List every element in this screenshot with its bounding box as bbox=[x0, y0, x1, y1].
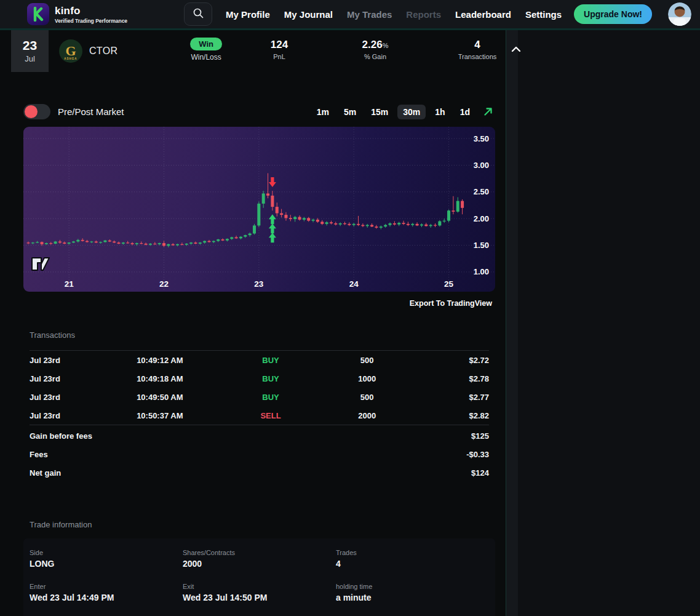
tx-date: Jul 23rd bbox=[30, 374, 97, 383]
main-content: 23 Jul G ASHGA CTOR Win Win/Loss bbox=[0, 30, 506, 616]
brand-name: kinfo bbox=[55, 5, 127, 17]
collapse-chevron-up-icon[interactable] bbox=[511, 44, 521, 55]
tx-time: 10:49:18 AM bbox=[97, 374, 223, 383]
tx-date: Jul 23rd bbox=[30, 411, 97, 420]
timeframe-1m[interactable]: 1m bbox=[311, 105, 335, 119]
timeframe-selector: 1m 5m 15m 30m 1h 1d bbox=[311, 105, 493, 119]
summary-row-gain-before-fees: Gain before fees $125 bbox=[30, 426, 489, 445]
svg-text:G: G bbox=[65, 43, 76, 58]
candlestick-chart[interactable]: 3.503.002.502.001.501.002122232425 bbox=[23, 127, 495, 292]
summary-value: $125 bbox=[471, 431, 489, 441]
table-row[interactable]: Jul 23rd 10:49:50 AM BUY 500 $2.77 bbox=[30, 388, 489, 406]
nav-item-my-profile[interactable]: My Profile bbox=[226, 9, 270, 20]
app-window: kinfo Verified Trading Performance My Pr… bbox=[0, 0, 700, 616]
table-row[interactable]: Jul 23rd 10:49:12 AM BUY 500 $2.72 bbox=[30, 351, 489, 369]
search-icon bbox=[193, 7, 204, 22]
trade-date-month: Jul bbox=[25, 54, 35, 63]
svg-text:1.00: 1.00 bbox=[474, 267, 489, 276]
tx-quantity: 500 bbox=[319, 356, 415, 365]
tx-time: 10:49:50 AM bbox=[97, 393, 223, 402]
win-loss-label: Win/Loss bbox=[190, 53, 222, 62]
tx-side: BUY bbox=[223, 393, 319, 402]
timeframe-1h[interactable]: 1h bbox=[429, 105, 450, 119]
svg-text:25: 25 bbox=[444, 279, 454, 289]
tx-quantity: 500 bbox=[319, 393, 415, 402]
scrollbar-track[interactable] bbox=[506, 30, 518, 616]
stat-transactions-label: Transactions bbox=[443, 53, 511, 60]
summary-value: $124 bbox=[471, 468, 489, 478]
svg-text:21: 21 bbox=[65, 279, 74, 289]
tx-quantity: 1000 bbox=[319, 374, 415, 383]
pre-post-market-label: Pre/Post Market bbox=[58, 106, 124, 117]
tradingview-logo bbox=[31, 256, 52, 274]
svg-text:22: 22 bbox=[159, 279, 169, 289]
trade-date-day: 23 bbox=[23, 39, 37, 52]
table-row[interactable]: Jul 23rd 10:50:37 AM SELL 2000 $2.82 bbox=[30, 406, 489, 425]
summary-label: Net gain bbox=[30, 468, 61, 478]
search-button[interactable] bbox=[184, 2, 212, 26]
stat-gain-label: % Gain bbox=[348, 53, 403, 60]
field-shares-contracts: Shares/Contracts 2000 bbox=[183, 549, 336, 569]
tx-price: $2.78 bbox=[415, 374, 489, 383]
svg-text:1.50: 1.50 bbox=[474, 241, 489, 250]
tx-quantity: 2000 bbox=[319, 411, 415, 420]
stat-pnl-value: 124 bbox=[252, 39, 307, 51]
brand[interactable]: kinfo Verified Trading Performance bbox=[27, 3, 127, 25]
trade-information-title: Trade information bbox=[30, 520, 506, 529]
timeframe-1d[interactable]: 1d bbox=[455, 105, 475, 119]
table-row[interactable]: Jul 23rd 10:49:18 AM BUY 1000 $2.78 bbox=[30, 369, 489, 388]
timeframe-5m[interactable]: 5m bbox=[338, 105, 362, 119]
svg-text:3.50: 3.50 bbox=[474, 134, 489, 143]
field-holding-time: holding time a minute bbox=[336, 583, 489, 602]
svg-text:2.50: 2.50 bbox=[474, 187, 489, 196]
chart-controls: Pre/Post Market 1m 5m 15m 30m 1h 1d bbox=[23, 104, 493, 119]
tx-time: 10:50:37 AM bbox=[97, 411, 223, 420]
field-exit: Exit Wed 23 Jul 14:50 PM bbox=[183, 583, 336, 602]
summary-row-net-gain: Net gain $124 bbox=[30, 463, 489, 482]
nav-item-my-trades[interactable]: My Trades bbox=[347, 9, 392, 20]
nav-item-reports[interactable]: Reports bbox=[406, 9, 441, 20]
brand-tagline: Verified Trading Performance bbox=[55, 18, 127, 24]
svg-text:3.00: 3.00 bbox=[474, 161, 489, 170]
nav-item-leaderboard[interactable]: Leaderboard bbox=[455, 9, 511, 20]
stat-pnl-label: PnL bbox=[252, 53, 307, 60]
trade-summary-header[interactable]: 23 Jul G ASHGA CTOR Win Win/Loss bbox=[0, 30, 506, 72]
tx-side: BUY bbox=[223, 356, 319, 365]
pre-post-market-toggle[interactable] bbox=[23, 104, 50, 119]
field-trades: Trades 4 bbox=[336, 549, 489, 569]
transactions-table: Jul 23rd 10:49:12 AM BUY 500 $2.72 Jul 2… bbox=[30, 350, 489, 425]
field-enter: Enter Wed 23 Jul 14:49 PM bbox=[30, 583, 183, 602]
top-navbar: kinfo Verified Trading Performance My Pr… bbox=[0, 0, 700, 28]
trade-information-card: Side LONG Shares/Contracts 2000 Trades 4… bbox=[23, 538, 495, 616]
svg-text:2.00: 2.00 bbox=[474, 214, 489, 223]
ticker-symbol: CTOR bbox=[89, 46, 117, 57]
tx-price: $2.82 bbox=[415, 411, 489, 420]
kinfo-logo-icon bbox=[27, 3, 49, 25]
expand-chart-arrow-icon[interactable] bbox=[483, 106, 493, 117]
svg-text:23: 23 bbox=[254, 279, 264, 289]
nav-item-settings[interactable]: Settings bbox=[525, 9, 562, 20]
trade-stats: 124 PnL 2.26% % Gain 4 Transactions bbox=[252, 39, 511, 60]
timeframe-30m[interactable]: 30m bbox=[397, 105, 426, 119]
transactions-summary: Gain before fees $125 Fees -$0.33 Net ga… bbox=[30, 425, 489, 482]
svg-text:ASHGA: ASHGA bbox=[64, 57, 77, 60]
win-loss-badge: Win bbox=[190, 38, 222, 50]
stat-transactions-value: 4 bbox=[443, 39, 511, 51]
trade-date-box: 23 Jul bbox=[11, 30, 49, 72]
summary-row-fees: Fees -$0.33 bbox=[30, 445, 489, 463]
user-avatar[interactable] bbox=[668, 2, 691, 26]
tx-time: 10:49:12 AM bbox=[97, 356, 223, 365]
summary-value: -$0.33 bbox=[466, 450, 489, 459]
summary-label: Gain before fees bbox=[30, 431, 92, 441]
summary-label: Fees bbox=[30, 450, 48, 459]
upgrade-now-button[interactable]: Upgrade Now! bbox=[574, 4, 652, 24]
stat-gain-value: 2.26% bbox=[348, 39, 403, 51]
export-to-tradingview-link[interactable]: Export To TradingView bbox=[410, 299, 492, 308]
tx-date: Jul 23rd bbox=[30, 393, 97, 402]
timeframe-15m[interactable]: 15m bbox=[365, 105, 394, 119]
nav-links: My Profile My Journal My Trades Reports … bbox=[226, 9, 562, 20]
svg-text:24: 24 bbox=[349, 279, 359, 289]
nav-item-my-journal[interactable]: My Journal bbox=[284, 9, 333, 20]
tx-side: BUY bbox=[223, 374, 319, 383]
ticker-logo: G ASHGA bbox=[59, 39, 82, 63]
